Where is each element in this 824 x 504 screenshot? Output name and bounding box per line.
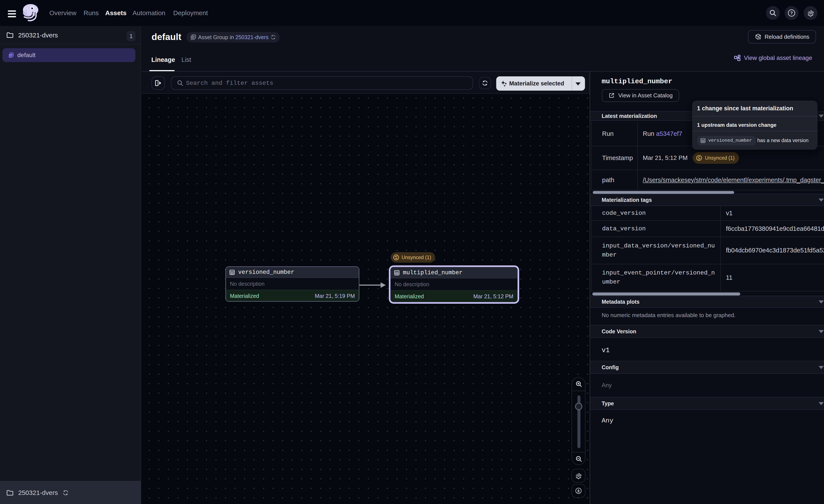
svg-text:?: ?	[790, 10, 793, 15]
